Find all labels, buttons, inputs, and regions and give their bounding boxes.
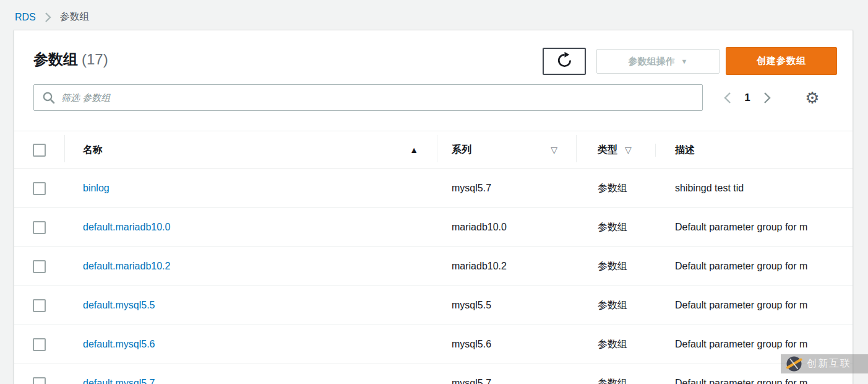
description-cell: shibingd test tid (675, 183, 744, 193)
page-title-text: 参数组 (33, 51, 78, 68)
table-row: default.mariadb10.2 mariadb10.2 参数组 Defa… (14, 247, 853, 286)
type-cell: 参数组 (598, 339, 627, 349)
watermark-text: 创新互联 (807, 357, 851, 370)
family-cell: mariadb10.2 (452, 261, 507, 271)
breadcrumb-current: 参数组 (60, 11, 90, 24)
create-parameter-group-label: 创建参数组 (757, 55, 806, 67)
page-number[interactable]: 1 (737, 92, 758, 104)
rds-parameter-groups-page: RDS 参数组 参数组(17) 参数组操作 ▼ 创建参数组 (0, 0, 868, 384)
description-cell: Default parameter group for m (675, 222, 807, 232)
family-cell: mariadb10.0 (452, 222, 507, 232)
table-row: default.mysql5.6 mysql5.6 参数组 Default pa… (14, 325, 853, 364)
breadcrumb: RDS 参数组 (15, 11, 90, 24)
column-header-name[interactable]: 名称 ▲ (64, 144, 437, 157)
page-title: 参数组(17) (33, 50, 108, 69)
table-header-row: 名称 ▲ 系列 ▽ 类型▽ 描述 (14, 131, 853, 168)
family-cell: mysql5.7 (452, 183, 491, 193)
type-cell: 参数组 (598, 183, 627, 193)
parameter-group-link[interactable]: default.mysql5.7 (83, 378, 155, 384)
watermark: 创新互联 (781, 354, 868, 373)
family-cell: mysql5.6 (452, 339, 491, 349)
parameter-group-link[interactable]: default.mysql5.5 (83, 300, 155, 310)
parameter-group-link[interactable]: default.mariadb10.0 (83, 222, 170, 232)
chevron-down-icon: ▼ (681, 58, 688, 65)
sort-ascending-icon[interactable]: ▲ (410, 145, 418, 155)
description-cell: Default parameter group for m (675, 339, 807, 349)
row-checkbox[interactable] (33, 182, 46, 195)
search-icon (42, 91, 56, 107)
breadcrumb-chevron-icon (45, 12, 51, 23)
refresh-button[interactable] (543, 48, 586, 75)
pagination: 1 ⚙ (718, 87, 823, 108)
parameter-groups-panel: 参数组(17) 参数组操作 ▼ 创建参数组 (14, 30, 853, 384)
row-checkbox[interactable] (33, 221, 46, 234)
group-actions-button[interactable]: 参数组操作 ▼ (596, 49, 720, 74)
description-cell: Default parameter group for m (675, 378, 807, 384)
column-header-type[interactable]: 类型▽ (576, 144, 655, 157)
type-cell: 参数组 (598, 222, 627, 232)
table-row: default.mysql5.5 mysql5.5 参数组 Default pa… (14, 286, 853, 325)
parameter-group-link[interactable]: binlog (83, 183, 110, 193)
watermark-logo-icon (786, 356, 802, 372)
parameter-groups-table: 名称 ▲ 系列 ▽ 类型▽ 描述 binlog mysql5.7 参数组 (14, 131, 853, 384)
settings-gear-icon[interactable]: ⚙ (801, 87, 823, 108)
search-input[interactable] (33, 84, 703, 111)
column-header-description: 描述 (655, 144, 853, 157)
family-cell: mysql5.5 (452, 300, 491, 310)
parameter-group-link[interactable]: default.mysql5.6 (83, 339, 155, 349)
row-checkbox[interactable] (33, 338, 46, 351)
type-cell: 参数组 (598, 300, 627, 310)
table-row: default.mariadb10.0 mariadb10.0 参数组 Defa… (14, 207, 853, 247)
breadcrumb-rds-link[interactable]: RDS (15, 12, 36, 23)
create-parameter-group-button[interactable]: 创建参数组 (726, 47, 837, 75)
family-cell: mysql5.7 (452, 378, 491, 384)
row-checkbox[interactable] (33, 260, 46, 273)
select-all-checkbox[interactable] (33, 144, 46, 157)
header-checkbox-cell (14, 144, 64, 157)
description-cell: Default parameter group for m (675, 300, 807, 310)
page-next-button[interactable] (758, 87, 776, 108)
table-row: default.mysql5.7 mysql5.7 参数组 Default pa… (14, 364, 853, 384)
page-previous-button[interactable] (718, 87, 737, 108)
type-filter-icon[interactable]: ▽ (625, 145, 632, 155)
filter-search (33, 84, 703, 111)
refresh-icon (556, 52, 573, 71)
page-title-count: (17) (82, 51, 108, 68)
group-actions-label: 参数组操作 (629, 56, 675, 68)
column-header-family[interactable]: 系列 ▽ (437, 144, 576, 157)
type-cell: 参数组 (598, 261, 627, 271)
table-row: binlog mysql5.7 参数组 shibingd test tid (14, 168, 853, 207)
family-filter-icon[interactable]: ▽ (551, 145, 557, 155)
description-cell: Default parameter group for m (675, 261, 807, 271)
row-checkbox[interactable] (33, 377, 46, 384)
row-checkbox[interactable] (33, 299, 46, 312)
parameter-group-link[interactable]: default.mariadb10.2 (83, 261, 170, 271)
type-cell: 参数组 (598, 378, 627, 384)
